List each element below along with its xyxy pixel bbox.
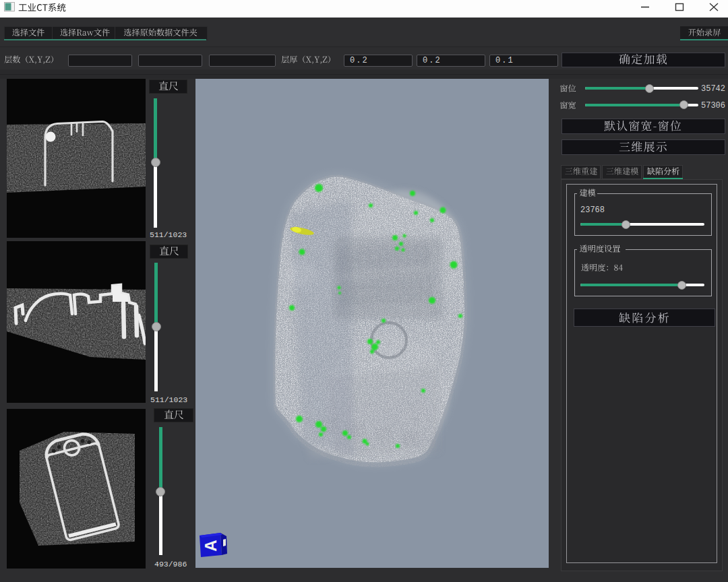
svg-text:A: A <box>202 540 220 551</box>
